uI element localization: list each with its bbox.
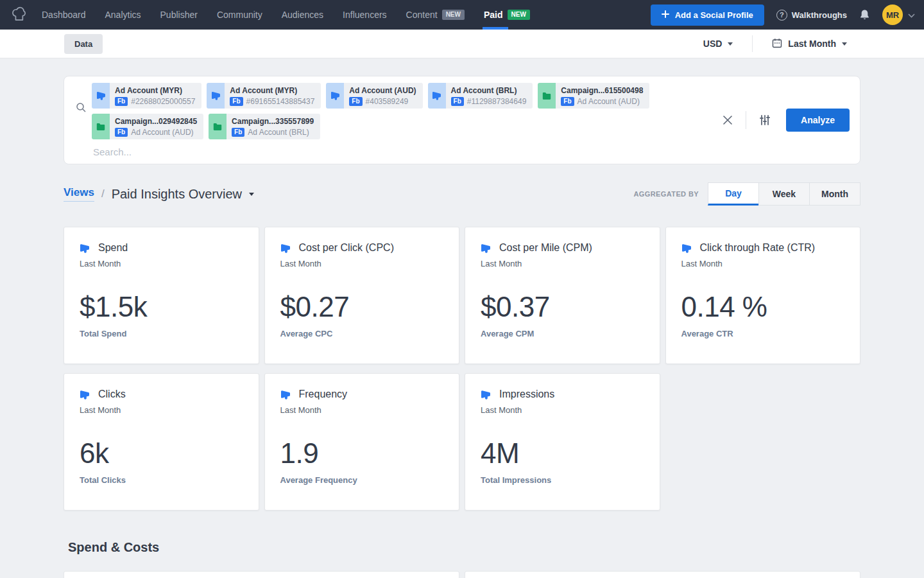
chip-subtitle: Ad Account (AUD) bbox=[131, 128, 193, 137]
profile-chip-campaign[interactable]: Campaign...335557899 Fb Ad Account (BRL) bbox=[209, 114, 320, 139]
facebook-badge: Fb bbox=[349, 97, 362, 106]
primary-nav: Dashboard Analytics Publisher Community … bbox=[42, 0, 530, 30]
selected-profiles-area: Ad Account (MYR) Fb #22688025000557 Ad A… bbox=[92, 83, 720, 157]
megaphone-icon bbox=[280, 390, 291, 399]
search-icon bbox=[76, 102, 87, 157]
clear-selection-button[interactable] bbox=[720, 112, 735, 128]
user-menu[interactable]: MR bbox=[882, 4, 915, 25]
card-title: Clicks bbox=[98, 389, 126, 400]
nav-item-analytics[interactable]: Analytics bbox=[105, 0, 141, 30]
nav-item-audiences[interactable]: Audiences bbox=[282, 0, 323, 30]
profile-chip-ad-account[interactable]: Ad Account (MYR) Fb #22688025000557 bbox=[92, 83, 201, 109]
chip-title: Campaign...615500498 bbox=[561, 86, 643, 95]
chip-title: Campaign...335557899 bbox=[232, 117, 314, 126]
view-header-row: Views / Paid Insights Overview AGGREGATE… bbox=[64, 182, 860, 206]
megaphone-icon bbox=[207, 83, 225, 109]
notifications-bell-icon[interactable] bbox=[859, 9, 870, 21]
card-title: Click through Rate (CTR) bbox=[700, 242, 816, 254]
secondary-toolbar: Data USD Last Month bbox=[0, 30, 924, 58]
actions-divider bbox=[746, 111, 746, 129]
profile-chip-ad-account[interactable]: Ad Account (MYR) Fb #691655143885437 bbox=[207, 83, 321, 109]
avatar: MR bbox=[882, 4, 903, 25]
add-social-profile-button[interactable]: Add a Social Profile bbox=[651, 4, 764, 26]
profile-chip-ad-account[interactable]: Ad Account (BRL) Fb #1129887384649 bbox=[428, 83, 533, 109]
metric-value: 1.9 bbox=[280, 437, 444, 469]
megaphone-icon bbox=[481, 243, 491, 253]
date-range-dropdown[interactable]: Last Month bbox=[772, 38, 847, 50]
app-logo[interactable] bbox=[10, 5, 28, 25]
filter-settings-button[interactable] bbox=[757, 112, 773, 128]
nav-item-content[interactable]: Content NEW bbox=[406, 0, 465, 30]
metric-card-spend: Spend Last Month $1.5k Total Spend bbox=[64, 227, 259, 364]
chip-title: Campaign...029492845 bbox=[115, 117, 197, 126]
metric-label: Total Clicks bbox=[80, 475, 243, 485]
card-title: Spend bbox=[98, 242, 128, 254]
megaphone-icon bbox=[481, 390, 491, 399]
metric-label: Average CPM bbox=[481, 329, 644, 338]
aggregation-tab-week[interactable]: Week bbox=[758, 182, 810, 206]
nav-item-publisher[interactable]: Publisher bbox=[160, 0, 198, 30]
nav-right-group: Add a Social Profile Walkthroughs MR bbox=[651, 4, 915, 26]
nav-item-community[interactable]: Community bbox=[217, 0, 262, 30]
chip-subtitle: #403589249 bbox=[366, 97, 409, 106]
metric-value: $1.5k bbox=[80, 291, 243, 323]
chip-subtitle: #1129887384649 bbox=[467, 97, 527, 106]
walkthroughs-button[interactable]: Walkthroughs bbox=[776, 10, 847, 21]
megaphone-icon bbox=[280, 243, 291, 253]
profile-chips: Ad Account (MYR) Fb #22688025000557 Ad A… bbox=[92, 83, 720, 139]
chip-title: Ad Account (MYR) bbox=[115, 86, 195, 95]
date-range-value: Last Month bbox=[788, 39, 836, 49]
page-title: Paid Insights Overview bbox=[112, 187, 242, 202]
plus-icon bbox=[662, 10, 669, 20]
walkthroughs-label: Walkthroughs bbox=[792, 10, 847, 20]
metric-label: Total Impressions bbox=[481, 475, 644, 485]
aggregation-tab-month[interactable]: Month bbox=[809, 182, 860, 206]
nav-item-paid[interactable]: Paid NEW bbox=[484, 0, 530, 30]
aggregation-tab-day[interactable]: Day bbox=[708, 182, 759, 206]
card-period: Last Month bbox=[280, 405, 444, 415]
search-input[interactable] bbox=[92, 139, 361, 157]
aggregation-control: AGGREGATED BY Day Week Month bbox=[633, 182, 860, 206]
sliders-icon bbox=[759, 114, 771, 126]
question-circle-icon bbox=[776, 10, 787, 21]
metric-card-impressions: Impressions Last Month 4M Total Impressi… bbox=[465, 373, 660, 511]
views-breadcrumb-link[interactable]: Views bbox=[64, 186, 94, 202]
chip-body: Ad Account (AUD) Fb #403589249 bbox=[344, 83, 422, 109]
profile-chip-ad-account[interactable]: Ad Account (AUD) Fb #403589249 bbox=[326, 83, 422, 109]
nav-label: Publisher bbox=[160, 10, 198, 20]
nav-label: Audiences bbox=[282, 10, 323, 20]
card-title: Impressions bbox=[499, 389, 554, 400]
nav-item-influencers[interactable]: Influencers bbox=[343, 0, 386, 30]
facebook-badge: Fb bbox=[115, 128, 128, 137]
toolbar-right-group: USD Last Month bbox=[703, 35, 847, 52]
caret-down-icon bbox=[842, 42, 847, 46]
profile-chip-campaign[interactable]: Campaign...029492845 Fb Ad Account (AUD) bbox=[92, 114, 203, 139]
metric-card-cpm: Cost per Mile (CPM) Last Month $0.37 Ave… bbox=[465, 227, 660, 364]
folder-icon bbox=[538, 83, 556, 109]
nav-label: Influencers bbox=[343, 10, 386, 20]
card-period: Last Month bbox=[481, 259, 644, 268]
nav-item-dashboard[interactable]: Dashboard bbox=[42, 0, 86, 30]
megaphone-icon bbox=[92, 83, 110, 109]
metric-label: Average CPC bbox=[280, 329, 444, 338]
metric-value: 4M bbox=[481, 437, 644, 469]
metric-card-clicks: Clicks Last Month 6k Total Clicks bbox=[64, 373, 259, 511]
aggregation-tabs: Day Week Month bbox=[708, 182, 860, 206]
profile-chip-campaign[interactable]: Campaign...615500498 Fb Ad Account (AUD) bbox=[538, 83, 649, 109]
breadcrumb-separator: / bbox=[101, 188, 105, 200]
metric-value: 6k bbox=[80, 437, 243, 469]
metric-value: $0.27 bbox=[280, 291, 444, 323]
current-view-dropdown[interactable]: Paid Insights Overview bbox=[112, 187, 254, 202]
metric-card-ctr: Click through Rate (CTR) Last Month 0.14… bbox=[665, 227, 861, 364]
chip-body: Ad Account (MYR) Fb #691655143885437 bbox=[225, 83, 321, 109]
nav-label: Community bbox=[217, 10, 262, 20]
chart-card-cpc: CPC Last Month Aggregated by Day bbox=[465, 571, 860, 578]
metric-value: 0.14 % bbox=[681, 291, 845, 323]
analyze-button[interactable]: Analyze bbox=[786, 109, 850, 132]
tab-data[interactable]: Data bbox=[64, 34, 103, 54]
currency-dropdown[interactable]: USD bbox=[703, 39, 733, 49]
chart-cards-grid: Spend Last Month Aggregated by Day CPC L… bbox=[64, 571, 860, 578]
chip-subtitle: Ad Account (AUD) bbox=[578, 97, 640, 106]
toolbar-divider bbox=[752, 35, 753, 52]
megaphone-icon bbox=[326, 83, 344, 109]
